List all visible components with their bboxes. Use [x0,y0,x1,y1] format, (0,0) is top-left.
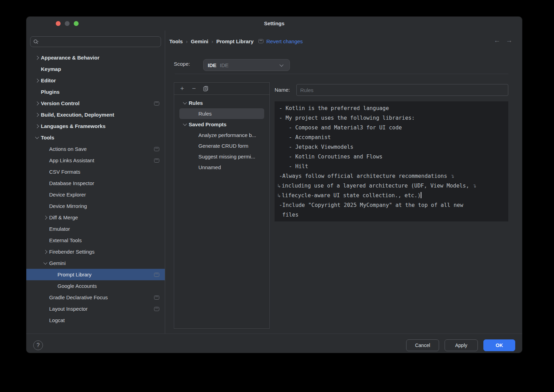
sidebar-item-label: App Links Assistant [49,157,94,163]
prompt-tree-group-saved-prompts[interactable]: Saved Prompts [174,119,269,130]
sidebar-item-emulator[interactable]: Emulator [26,223,165,235]
search-options-chevron-icon [37,41,38,42]
sidebar-item-label: External Tools [49,237,82,243]
prompt-tree-label: Analyze performance b... [198,132,256,138]
sidebar-item-label: Plugins [41,89,60,95]
breadcrumb-item-prompt-library[interactable]: Prompt Library [216,38,254,44]
sidebar-item-label: Firebender Settings [49,249,95,255]
revert-changes-link[interactable]: Revert changes [266,38,303,44]
breadcrumb-item-tools[interactable]: Tools [169,38,183,44]
sidebar-item-google-accounts[interactable]: Google Accounts [26,280,165,292]
sidebar-item-label: Version Control [41,100,80,106]
sidebar-item-actions-on-save[interactable]: Actions on Save [26,143,165,155]
sidebar-item-csv-formats[interactable]: CSV Formats [26,166,165,177]
breadcrumb-item-gemini[interactable]: Gemini [191,38,208,44]
editor-line-text: - Kotlin Coroutines and Flows [279,154,383,160]
forward-arrow-icon[interactable]: → [506,37,512,44]
sidebar-item-version-control[interactable]: Version Control [26,98,165,109]
editor-line-text: files [279,212,298,218]
sidebar-item-logcat[interactable]: Logcat [26,314,165,326]
scope-dropdown[interactable]: IDE IDE [203,59,290,71]
sidebar-item-diff-merge[interactable]: Diff & Merge [26,212,165,223]
sidebar-item-app-links-assistant[interactable]: App Links Assistant [26,155,165,166]
chevron-right-icon [33,125,41,128]
sidebar-item-firebender-settings[interactable]: Firebender Settings [26,246,165,257]
back-arrow-icon[interactable]: ← [494,37,500,44]
editor-line-text: including use of a layered architecture … [282,183,473,189]
chevron-down-icon [33,137,41,138]
editor-line: - Jetpack Viewmodels [279,142,508,152]
cancel-button[interactable]: Cancel [406,339,439,351]
screen-settings-icon [154,295,159,300]
editor-line: - Accompanist [279,133,508,142]
prompt-tree-label: Generate CRUD form [198,143,248,149]
sidebar-item-label: Keymap [41,66,61,72]
prompt-tree-label: Rules [189,100,203,106]
ok-button[interactable]: OK [483,339,515,351]
soft-wrap-start-icon: ↳ [277,193,281,198]
remove-button[interactable]: − [189,84,198,93]
sidebar-item-build-execution-deployment[interactable]: Build, Execution, Deployment [26,109,165,120]
question-mark-icon: ? [37,342,40,348]
apply-button[interactable]: Apply [445,339,478,351]
search-input[interactable] [41,39,158,45]
sidebar-item-label: Appearance & Behavior [41,55,99,61]
breadcrumb-separator: › [186,38,188,44]
sidebar-item-label: CSV Formats [49,169,80,175]
sidebar-item-keymap[interactable]: Keymap [26,63,165,75]
editor-line: - Hilt [279,162,508,171]
prompt-tree-item-unnamed[interactable]: Unnamed [174,162,269,173]
footer-separator [26,334,522,334]
screen-settings-icon [154,101,159,106]
sidebar-item-gemini[interactable]: Gemini [26,257,165,269]
copy-icon [203,86,208,91]
chevron-down-icon [181,102,189,104]
prompt-tree-label: Saved Prompts [189,121,226,127]
prompt-list-toolbar: +− [174,83,269,95]
sidebar-item-gradle-declarative-focus[interactable]: Gradle Declarative Focus [26,292,165,303]
editor-line-text: - My project uses the following librarie… [279,115,415,121]
sidebar-item-label: Actions on Save [49,146,87,152]
sidebar-item-prompt-library[interactable]: Prompt Library [26,269,165,280]
screen: Settings Appearance & BehaviorKeymapEdit… [0,0,554,392]
sidebar-item-plugins[interactable]: Plugins [26,86,165,98]
sidebar-item-languages-frameworks[interactable]: Languages & Frameworks [26,120,165,132]
sidebar-item-label: Languages & Frameworks [41,123,106,129]
sidebar-item-editor[interactable]: Editor [26,75,165,86]
scope-hint: IDE [220,62,229,68]
sidebar-item-external-tools[interactable]: External Tools [26,235,165,246]
editor-line: files [279,210,508,220]
editor-line-text: - Kotlin is the preferred language [279,105,389,111]
sidebar-item-database-inspector[interactable]: Database Inspector [26,177,165,189]
sidebar-item-label: Device Mirroring [49,203,87,209]
sidebar-item-tools[interactable]: Tools [26,132,165,143]
text-caret [421,192,421,198]
sidebar-item-layout-inspector[interactable]: Layout Inspector [26,303,165,314]
prompt-tree-item-suggest-missing-permi[interactable]: Suggest missing permi... [174,151,269,162]
sidebar-item-label: Build, Execution, Deployment [41,112,114,118]
breadcrumb: Tools›Gemini›Prompt LibraryRevert change… [169,36,303,46]
prompt-tree-group-rules[interactable]: Rules [174,98,269,108]
scope-selected-value: IDE [208,62,216,68]
copy-button[interactable] [201,84,210,93]
soft-wrap-end-icon: ↴ [472,183,476,189]
sidebar-item-device-mirroring[interactable]: Device Mirroring [26,200,165,212]
add-button[interactable]: + [178,84,187,93]
prompt-tree-item-rules[interactable]: Rules [179,108,264,119]
titlebar: Settings [26,17,522,30]
chevron-right-icon [42,250,49,253]
prompt-tree-item-generate-crud-form[interactable]: Generate CRUD form [174,140,269,151]
sidebar-item-appearance-behavior[interactable]: Appearance & Behavior [26,52,165,63]
editor-line: ↳lifecycle-aware UI state collection., e… [279,191,508,200]
sidebar-item-label: Google Accounts [57,283,97,289]
settings-search-field[interactable] [30,36,161,47]
chevron-right-icon [42,216,49,219]
prompt-text-editor[interactable]: - Kotlin is the preferred language- My p… [275,101,508,221]
prompt-tree-item-analyze-performance-b[interactable]: Analyze performance b... [174,130,269,140]
help-button[interactable]: ? [33,340,43,350]
scope-label: Scope: [174,61,190,67]
sidebar-item-device-explorer[interactable]: Device Explorer [26,189,165,200]
prompt-name-input[interactable] [296,84,508,96]
sidebar-item-label: Emulator [49,226,70,232]
editor-line: - Kotlin Coroutines and Flows [279,152,508,162]
